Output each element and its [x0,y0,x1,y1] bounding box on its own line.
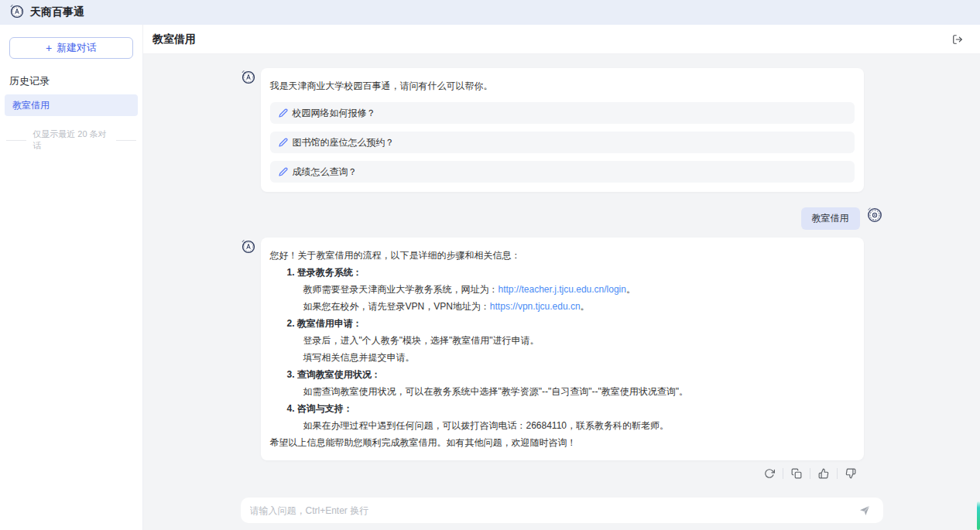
main-content: 教室借用 [143,25,980,530]
message-input[interactable] [250,505,858,516]
regenerate-icon[interactable] [756,468,783,479]
app-header: 天商百事通 [0,0,980,25]
user-message-bubble: 教室借用 [801,207,860,230]
suggested-question[interactable]: 图书馆的座位怎么预约？ [270,132,855,153]
pen-icon [279,167,288,176]
new-chat-label: 新建对话 [57,41,97,55]
suggested-question[interactable]: 成绩怎么查询？ [270,161,855,183]
message-actions [241,468,883,479]
answer-step-title: 4. 咨询与支持： [270,400,855,417]
greeting-text: 我是天津商业大学校园百事通，请问有什么可以帮你。 [270,77,855,94]
pen-icon [279,138,288,147]
answer-outro: 希望以上信息能帮助您顺利完成教室借用。如有其他问题，欢迎随时咨询！ [270,434,855,451]
bot-message-row: 我是天津商业大学校园百事通，请问有什么可以帮你。 校园网络如何报修？图书馆的座位… [241,68,883,192]
suggested-question[interactable]: 校园网络如何报修？ [270,102,855,124]
app-logo-icon [9,4,24,21]
answer-step-line: 如需查询教室使用状况，可以在教务系统中选择"教学资源"--"自习查询"--"教室… [270,383,855,400]
new-chat-button[interactable]: + 新建对话 [9,37,133,59]
suggested-question-text: 成绩怎么查询？ [293,166,358,179]
sidebar-item-conversation[interactable]: 教室借用 [5,94,138,116]
chat-area[interactable]: 我是天津商业大学校园百事通，请问有什么可以帮你。 校园网络如何报修？图书馆的座位… [143,54,980,498]
answer-step-line: 登录后，进入"个人教务"模块，选择"教室借用"进行申请。 [270,332,855,349]
suggested-questions: 校园网络如何报修？图书馆的座位怎么预约？成绩怎么查询？ [270,102,855,183]
answer-step-title: 2. 教室借用申请： [270,315,855,332]
divider-line [116,140,136,141]
answer-step-title: 3. 查询教室使用状况： [270,366,855,383]
conversation-title: 教室借用 [152,32,196,46]
user-avatar [866,207,883,226]
input-bar [143,498,980,530]
answer-step-line: 如果您在校外，请先登录VPN，VPN地址为：https://vpn.tjcu.e… [270,298,855,315]
answer-steps: 1. 登录教务系统：教师需要登录天津商业大学教务系统，网址为：http://te… [270,264,855,434]
copy-icon[interactable] [783,468,810,479]
answer-step-line: 填写相关信息并提交申请。 [270,349,855,366]
inline-link[interactable]: https://vpn.tjcu.edu.cn [490,301,581,312]
pen-icon [279,108,288,118]
conversation-label: 教室借用 [12,99,50,112]
sidebar: + 新建对话 历史记录 教室借用 仅显示最近 20 条对话 [0,25,143,530]
bot-avatar [241,239,255,256]
dislike-icon[interactable] [837,468,864,479]
app-title: 天商百事通 [30,5,84,19]
inline-link[interactable]: http://teacher.j.tjcu.edu.cn/login [499,284,626,295]
bot-message-row: 您好！关于教室借用的流程，以下是详细的步骤和相关信息： 1. 登录教务系统：教师… [241,238,883,460]
suggested-question-text: 校园网络如何报修？ [293,107,376,120]
answer-step-title: 1. 登录教务系统： [270,264,855,281]
history-limit-note: 仅显示最近 20 条对话 [0,128,142,152]
greeting-card: 我是天津商业大学校园百事通，请问有什么可以帮你。 校园网络如何报修？图书馆的座位… [261,68,864,192]
export-icon[interactable] [952,34,963,45]
suggested-question-text: 图书馆的座位怎么预约？ [293,136,395,149]
answer-card: 您好！关于教室借用的流程，以下是详细的步骤和相关信息： 1. 登录教务系统：教师… [261,238,864,460]
history-limit-text: 仅显示最近 20 条对话 [33,128,110,152]
paper-plane-icon[interactable] [858,504,871,517]
message-input-box[interactable] [241,498,883,523]
plus-icon: + [46,42,52,54]
scrollbar-thumb[interactable] [977,501,980,530]
history-section-label: 历史记录 [0,65,142,94]
answer-step-line: 如果在办理过程中遇到任何问题，可以拨打咨询电话：26684110，联系教务科的靳… [270,417,855,434]
conversation-header: 教室借用 [143,25,980,54]
like-icon[interactable] [810,468,837,479]
answer-step-line: 教师需要登录天津商业大学教务系统，网址为：http://teacher.j.tj… [270,281,855,298]
answer-intro: 您好！关于教室借用的流程，以下是详细的步骤和相关信息： [270,247,855,264]
bot-avatar [241,70,255,87]
user-message-row: 教室借用 [241,207,883,230]
divider-line [6,140,26,141]
